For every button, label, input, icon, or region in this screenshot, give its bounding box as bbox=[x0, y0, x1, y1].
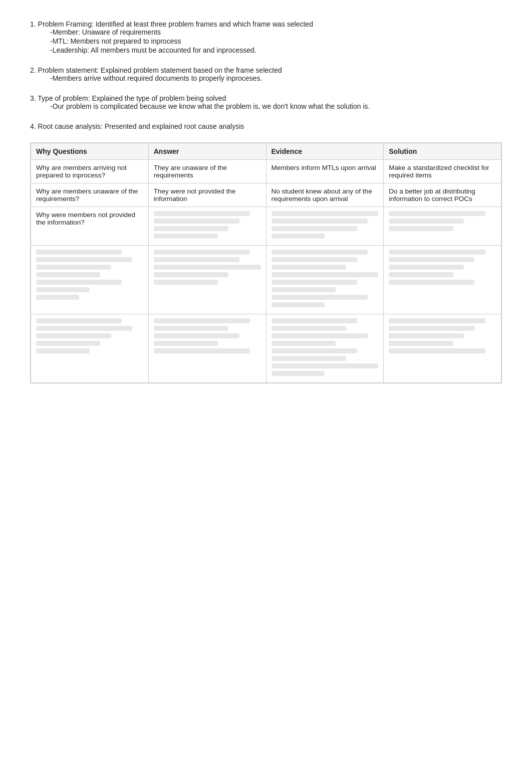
page-content: 1. Problem Framing: Identified at least … bbox=[30, 20, 502, 383]
row2-evidence: No student knew about any of the require… bbox=[266, 183, 384, 207]
row3-solution bbox=[384, 207, 501, 246]
row3-why: Why were members not provided the inform… bbox=[31, 207, 149, 246]
col-header-evidence: Evidence bbox=[266, 143, 384, 160]
row3-answer bbox=[148, 207, 266, 246]
section-3: 3. Type of problem: Explained the type o… bbox=[30, 94, 502, 110]
col-header-answer: Answer bbox=[148, 143, 266, 160]
row5-why bbox=[31, 314, 149, 383]
table-row: Why are members unaware of the requireme… bbox=[31, 183, 501, 207]
root-cause-table: Why Questions Answer Evidence Solution W… bbox=[30, 142, 502, 383]
col-header-solution: Solution bbox=[384, 143, 501, 160]
section-2-title: 2. Problem statement: Explained problem … bbox=[30, 66, 502, 74]
row4-evidence bbox=[266, 246, 384, 314]
section-1-items: -Member: Unaware of requirements -MTL: M… bbox=[50, 28, 502, 54]
section-4-title: 4. Root cause analysis: Presented and ex… bbox=[30, 122, 502, 130]
row1-answer: They are unaware of the requirements bbox=[148, 160, 266, 183]
section-3-items: -Our problem is complicated because we k… bbox=[50, 102, 502, 110]
section-3-title: 3. Type of problem: Explained the type o… bbox=[30, 94, 502, 102]
table-row bbox=[31, 246, 501, 314]
col-header-why: Why Questions bbox=[31, 143, 149, 160]
table-row bbox=[31, 314, 501, 383]
section-4: 4. Root cause analysis: Presented and ex… bbox=[30, 122, 502, 130]
section-2: 2. Problem statement: Explained problem … bbox=[30, 66, 502, 82]
row5-answer bbox=[148, 314, 266, 383]
row4-solution bbox=[384, 246, 501, 314]
row5-solution bbox=[384, 314, 501, 383]
row4-why bbox=[31, 246, 149, 314]
row5-evidence bbox=[266, 314, 384, 383]
row3-evidence bbox=[266, 207, 384, 246]
table-row: Why are members arriving not prepared to… bbox=[31, 160, 501, 183]
section-1-title: 1. Problem Framing: Identified at least … bbox=[30, 20, 502, 28]
row2-why: Why are members unaware of the requireme… bbox=[31, 183, 149, 207]
section-2-items: -Members arrive without required documen… bbox=[50, 74, 502, 82]
row1-solution: Make a standardized checklist for requir… bbox=[384, 160, 501, 183]
row2-solution: Do a better job at distributing informat… bbox=[384, 183, 501, 207]
row1-why: Why are members arriving not prepared to… bbox=[31, 160, 149, 183]
row4-answer bbox=[148, 246, 266, 314]
section-1: 1. Problem Framing: Identified at least … bbox=[30, 20, 502, 54]
table-row: Why were members not provided the inform… bbox=[31, 207, 501, 246]
row1-evidence: Members inform MTLs upon arrival bbox=[266, 160, 384, 183]
row2-answer: They were not provided the information bbox=[148, 183, 266, 207]
